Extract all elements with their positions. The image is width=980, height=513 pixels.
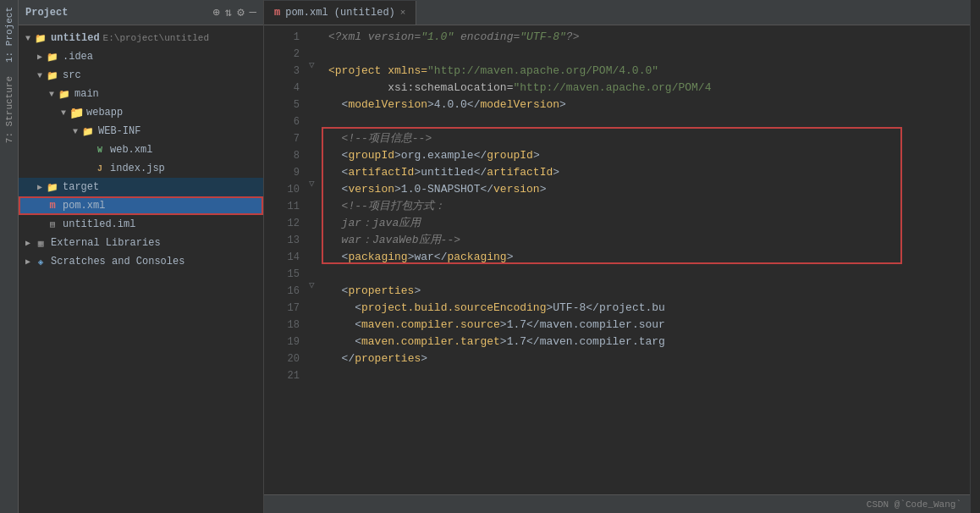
line-num-3: 3	[267, 63, 300, 80]
jsp-icon: J	[93, 162, 107, 175]
line-numbers: 1 2 3 4 5 6 7 8 9 10 11 12 13 14 15 16 1…	[264, 25, 306, 494]
code-line-10: <version>1.0-SNAPSHOT</version>	[328, 181, 970, 198]
code-l20: </properties>	[328, 350, 427, 367]
tab-pomxml[interactable]: m pom.xml (untitled) ×	[264, 1, 416, 25]
target-folder-icon: 📁	[46, 180, 59, 194]
tree-item-extlibs[interactable]: ▶ ▦ External Libraries	[19, 234, 263, 252]
line-num-1: 1	[267, 29, 300, 46]
code-l19: <maven.compiler.target>1.7</maven.compil…	[328, 334, 665, 350]
scratches-icon: ◈	[34, 255, 47, 268]
code-l13: war：JavaWeb应用-->	[328, 232, 460, 249]
line-num-17: 17	[267, 300, 300, 317]
label-scratches: Scratches and Consoles	[51, 256, 184, 268]
code-line-4: xsi:schemaLocation="http://maven.apache.…	[328, 80, 970, 97]
code-line-15	[328, 266, 970, 283]
arrow-extlibs: ▶	[22, 238, 34, 248]
code-l11: <!--项目打包方式：	[328, 198, 445, 215]
project-tab-vertical[interactable]: 1: Project	[2, 0, 17, 69]
label-untitled: untitled	[51, 32, 100, 44]
line-num-10: 10	[267, 181, 300, 198]
line-num-7: 7	[267, 130, 300, 147]
code-l8: <groupId>org.example</groupId>	[328, 147, 540, 164]
webxml-icon: W	[93, 143, 107, 157]
tree-item-scratches[interactable]: ▶ ◈ Scratches and Consoles	[19, 252, 263, 271]
fold-icon-16[interactable]: ▽	[309, 279, 315, 290]
label-webinf: WEB-INF	[98, 125, 140, 137]
label-webxml: web.xml	[110, 144, 152, 156]
tree-item-webapp[interactable]: ▼ 📁 webapp	[19, 103, 263, 122]
arrow-target: ▶	[34, 182, 46, 192]
main-folder-icon: 📁	[58, 87, 71, 101]
code-line-3: <project xmlns="http://maven.apache.org/…	[328, 63, 970, 80]
code-line-2	[328, 46, 970, 63]
code-line-16: <properties>	[328, 283, 970, 300]
tree-item-src[interactable]: ▼ 📁 src	[19, 66, 263, 85]
line-num-5: 5	[267, 97, 300, 113]
minimize-icon[interactable]: —	[250, 5, 256, 19]
tree-item-idea[interactable]: ▶ 📁 .idea	[19, 47, 263, 66]
webinf-folder-icon: 📁	[81, 124, 95, 138]
project-sidebar: Project ⊕ ⇅ ⚙ — ▼ 📁 untitled E:\project\…	[19, 0, 264, 513]
code-xmldecl: <?xml version="1.0" encoding="UTF-8"?>	[328, 29, 579, 46]
tab-close-pomxml[interactable]: ×	[400, 8, 406, 18]
tree-item-untitled[interactable]: ▼ 📁 untitled E:\project\untitled	[19, 29, 263, 47]
code-l17: <project.build.sourceEncoding>UTF-8</pro…	[328, 300, 665, 317]
arrow-main: ▼	[46, 90, 58, 99]
label-iml: untitled.iml	[63, 218, 135, 230]
label-webapp: webapp	[86, 107, 123, 119]
src-folder-icon: 📁	[46, 69, 59, 82]
structure-tab-vertical[interactable]: 7: Structure	[2, 69, 17, 150]
tree-item-webxml[interactable]: W web.xml	[19, 141, 263, 159]
line-num-8: 8	[267, 147, 300, 164]
line-num-19: 19	[267, 334, 300, 350]
label-src: src	[63, 69, 81, 81]
webapp-folder-icon: 📁	[69, 106, 83, 119]
code-line-18: <maven.compiler.source>1.7</maven.compil…	[328, 317, 970, 334]
sidebar-header: Project ⊕ ⇅ ⚙ —	[19, 0, 263, 25]
code-l14: <packaging>war</packaging>	[328, 249, 513, 266]
code-l16: <properties>	[328, 283, 421, 300]
code-l3: <project xmlns="http://maven.apache.org/…	[328, 63, 658, 80]
add-content-icon[interactable]: ⊕	[212, 5, 219, 19]
label-target: target	[63, 181, 99, 193]
line-num-9: 9	[267, 164, 300, 181]
code-line-9: <artifactId>untitled</artifactId>	[328, 164, 970, 181]
left-panel-strip: 1: Project 7: Structure	[0, 0, 19, 513]
gear-icon[interactable]: ⚙	[237, 5, 244, 19]
code-line-1: <?xml version="1.0" encoding="UTF-8"?>	[328, 29, 970, 46]
line-num-12: 12	[267, 215, 300, 232]
arrow-scratches: ▶	[22, 256, 34, 267]
label-indexjsp: index.jsp	[110, 163, 165, 174]
line-num-18: 18	[267, 317, 300, 334]
arrow-idea: ▶	[34, 52, 46, 62]
tab-maven-icon: m	[274, 7, 280, 19]
fold-icon-3[interactable]: ▽	[309, 59, 315, 70]
code-line-14: <packaging>war</packaging>	[328, 249, 970, 266]
main-layout: 1: Project 7: Structure Project ⊕ ⇅ ⚙ — …	[0, 0, 980, 513]
arrow-webinf: ▼	[69, 127, 81, 136]
tree-item-main[interactable]: ▼ 📁 main	[19, 85, 263, 103]
tree-item-target[interactable]: ▶ 📁 target	[19, 178, 263, 196]
code-line-17: <project.build.sourceEncoding>UTF-8</pro…	[328, 300, 970, 317]
line-num-16: 16	[267, 283, 300, 300]
code-l4: xsi:schemaLocation="http://maven.apache.…	[328, 80, 711, 97]
editor-content: 1 2 3 4 5 6 7 8 9 10 11 12 13 14 15 16 1…	[264, 25, 970, 494]
fold-icon-11[interactable]: ▽	[309, 178, 315, 189]
extlibs-icon: ▦	[34, 236, 47, 250]
code-area[interactable]: <?xml version="1.0" encoding="UTF-8"?> <…	[322, 25, 970, 494]
editor-area: m pom.xml (untitled) × 1 2 3 4 5 6 7 8 9…	[264, 0, 970, 513]
label-pomxml: pom.xml	[63, 200, 105, 212]
label-extlibs: External Libraries	[51, 237, 161, 249]
tab-bar: m pom.xml (untitled) ×	[264, 0, 970, 25]
tree-item-indexjsp[interactable]: J index.jsp	[19, 159, 263, 178]
tree-item-webinf[interactable]: ▼ 📁 WEB-INF	[19, 122, 263, 141]
balance-icon[interactable]: ⇅	[225, 5, 232, 19]
iml-icon: ▤	[46, 218, 59, 231]
code-line-21	[328, 367, 970, 384]
code-line-20: </properties>	[328, 350, 970, 367]
tree-item-iml[interactable]: ▤ untitled.iml	[19, 215, 263, 234]
tree-item-pomxml[interactable]: m pom.xml	[19, 196, 263, 215]
right-error-strip	[970, 0, 980, 513]
code-l10: <version>1.0-SNAPSHOT</version>	[328, 181, 546, 198]
file-tree: ▼ 📁 untitled E:\project\untitled ▶ 📁 .id…	[19, 25, 263, 513]
